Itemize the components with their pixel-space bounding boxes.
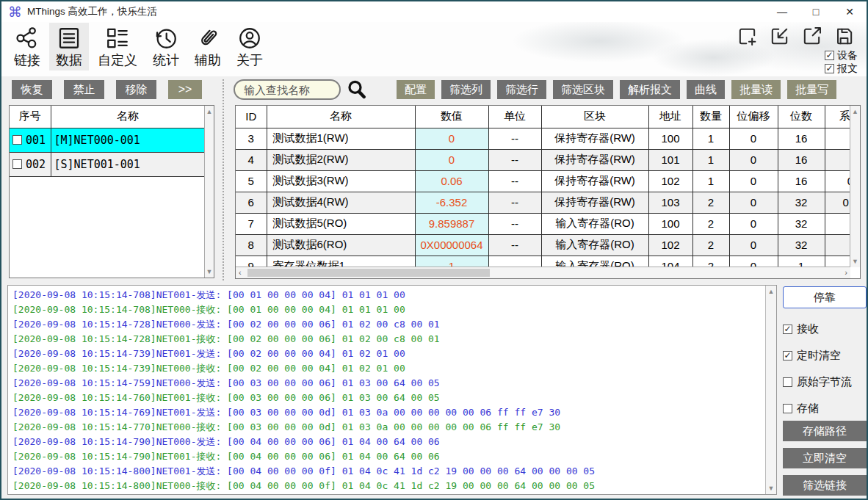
- expand-button[interactable]: >>: [168, 80, 202, 99]
- cell-bit_offset: 0: [729, 170, 778, 192]
- scroll-down-icon[interactable]: ▼: [766, 485, 776, 492]
- device-row[interactable]: 002[S]NET001-001: [10, 152, 205, 176]
- scroll-up-icon[interactable]: ▲: [766, 288, 776, 295]
- cell-id: 5: [236, 170, 267, 192]
- cell-qty: 2: [692, 234, 729, 256]
- filter-rows-button[interactable]: 筛选行: [497, 80, 546, 99]
- minimize-button[interactable]: —: [765, 1, 799, 22]
- device-name: [M]NET000-001: [51, 128, 205, 152]
- batch-write-button[interactable]: 批量写: [787, 80, 836, 99]
- log-line: [2020-09-08 10:15:14-800]NET000-接收: [00 …: [12, 479, 763, 493]
- data-table-vscrollbar[interactable]: ▲ ▼: [850, 106, 860, 267]
- dock-button[interactable]: 停靠: [783, 286, 867, 308]
- message-checkbox-label: 报文: [837, 62, 858, 76]
- dock-in-icon[interactable]: [769, 26, 790, 47]
- timed-clear-checkbox-label: 定时清空: [797, 349, 841, 363]
- cell-unit: --: [488, 170, 541, 192]
- clear-now-button[interactable]: 立即清空: [783, 448, 867, 468]
- raw-bytes-checkbox[interactable]: [783, 377, 792, 387]
- table-row[interactable]: 6测试数据4(RW)-6.352--保持寄存器(RW)10320320.0: [236, 192, 850, 213]
- scroll-up-icon[interactable]: ▲: [205, 108, 214, 115]
- search-button[interactable]: [346, 79, 368, 101]
- log-checkboxes: 接收定时清空原始字节流存储: [783, 323, 867, 414]
- device-list-scrollbar[interactable]: ▲ ▼: [204, 106, 214, 278]
- table-row[interactable]: 5测试数据3(RW)0.06--保持寄存器(RW)10210160: [236, 170, 850, 192]
- cell-unit: --: [488, 256, 541, 267]
- scroll-up-icon[interactable]: ▲: [850, 108, 860, 115]
- cell-unit: --: [488, 149, 541, 170]
- cell-bit_offset: 0: [729, 234, 778, 256]
- log-lines: [2020-09-08 10:15:14-708]NET001-发送: [00 …: [12, 288, 763, 493]
- data-table-hscrollbar[interactable]: ‹ ›: [236, 267, 850, 278]
- data-col-header: 数值: [415, 106, 488, 128]
- nav-stats[interactable]: 统计: [146, 23, 186, 70]
- cell-id: 9: [236, 256, 267, 267]
- scroll-down-icon[interactable]: ▼: [850, 258, 860, 265]
- table-row[interactable]: 4测试数据2(RW)0--保持寄存器(RW)1011016: [236, 149, 850, 170]
- nav-assist[interactable]: 辅助: [188, 23, 228, 70]
- receive-checkbox-row: 接收: [783, 323, 867, 335]
- storage-path-button[interactable]: 存储路径: [783, 421, 867, 441]
- log-buttons: 存储路径立即清空筛选链接: [783, 421, 867, 496]
- log-line: [2020-09-08 10:15:14-769]NET001-发送: [00 …: [12, 405, 763, 420]
- panel-splitter[interactable]: [223, 79, 224, 280]
- cell-coef: 0.0: [825, 192, 850, 213]
- cell-bit_offset: 0: [729, 149, 778, 170]
- parse-message-button[interactable]: 解析报文: [620, 80, 680, 99]
- scroll-down-icon[interactable]: ▼: [205, 268, 214, 275]
- scroll-right-icon[interactable]: ›: [845, 268, 847, 277]
- cell-qty: 2: [692, 192, 729, 213]
- app-title: MThings 高效工作，快乐生活: [27, 5, 157, 18]
- cell-value: 1: [415, 256, 488, 267]
- device-list: 序号名称 001[M]NET000-001002[S]NET001-001: [10, 106, 206, 177]
- filter-links-button[interactable]: 筛选链接: [783, 475, 867, 496]
- device-row[interactable]: 001[M]NET000-001: [10, 128, 205, 152]
- message-checkbox[interactable]: [825, 64, 834, 73]
- cell-name: 测试数据6(RO): [267, 234, 415, 256]
- raw-bytes-checkbox-row: 原始字节流: [783, 376, 867, 388]
- table-row[interactable]: 7测试数据5(RO)9.859887--输入寄存器(RO)1002032: [236, 213, 850, 234]
- device-list-header: 序号名称: [10, 106, 205, 128]
- hscroll-thumb[interactable]: [247, 269, 490, 277]
- save-icon[interactable]: [833, 26, 855, 47]
- log-line: [2020-09-08 10:15:14-759]NET000-发送: [00 …: [12, 376, 763, 391]
- data-col-header: 区块: [541, 106, 648, 128]
- remove-button[interactable]: 移除: [116, 80, 156, 99]
- message-checkbox-row: 报文: [825, 62, 858, 75]
- restore-button[interactable]: 恢复: [12, 80, 52, 99]
- device-row-checkbox[interactable]: [12, 135, 22, 145]
- device-col-header: 名称: [51, 106, 205, 128]
- log-scrollbar[interactable]: ▲ ▼: [765, 286, 776, 494]
- data-col-header: 位数: [778, 106, 825, 128]
- config-button[interactable]: 配置: [397, 80, 435, 99]
- receive-checkbox[interactable]: [783, 325, 792, 334]
- table-row[interactable]: 3测试数据1(RW)0--保持寄存器(RW)1001016: [236, 128, 850, 149]
- new-window-icon[interactable]: [737, 26, 758, 47]
- timed-clear-checkbox[interactable]: [783, 351, 792, 360]
- table-row-partial[interactable]: 9寄存器位数据11--输入寄存器(RO)104201: [236, 256, 850, 267]
- storage-checkbox[interactable]: [783, 404, 792, 413]
- log-line: [2020-09-08 10:15:14-760]NET001-接收: [00 …: [12, 391, 763, 405]
- table-row[interactable]: 8测试数据6(RO)0X00000064--输入寄存器(RO)1022032: [236, 234, 850, 256]
- device-row-checkbox[interactable]: [12, 159, 22, 169]
- filter-blocks-button[interactable]: 筛选区块: [553, 80, 613, 99]
- batch-read-button[interactable]: 批量读: [731, 80, 781, 99]
- pop-out-icon[interactable]: [801, 26, 822, 47]
- cell-block: 保持寄存器(RW): [541, 149, 648, 170]
- scroll-left-icon[interactable]: ‹: [239, 268, 242, 277]
- maximize-button[interactable]: □: [799, 1, 833, 22]
- device-checkbox[interactable]: [825, 51, 834, 60]
- filter-columns-button[interactable]: 筛选列: [441, 80, 491, 99]
- search-input[interactable]: [234, 79, 341, 100]
- cell-addr: 100: [648, 213, 692, 234]
- disable-button[interactable]: 禁止: [64, 80, 104, 99]
- curve-button[interactable]: 曲线: [687, 80, 725, 99]
- link-nodes-icon: [15, 26, 40, 51]
- cell-id: 7: [236, 213, 267, 234]
- nav-assist-label: 辅助: [195, 51, 221, 69]
- nav-data[interactable]: 数据: [49, 23, 89, 70]
- nav-custom[interactable]: 自定义: [91, 23, 144, 70]
- close-button[interactable]: ✕: [833, 1, 867, 22]
- nav-link[interactable]: 链接: [7, 23, 47, 70]
- nav-about[interactable]: 关于: [230, 23, 270, 70]
